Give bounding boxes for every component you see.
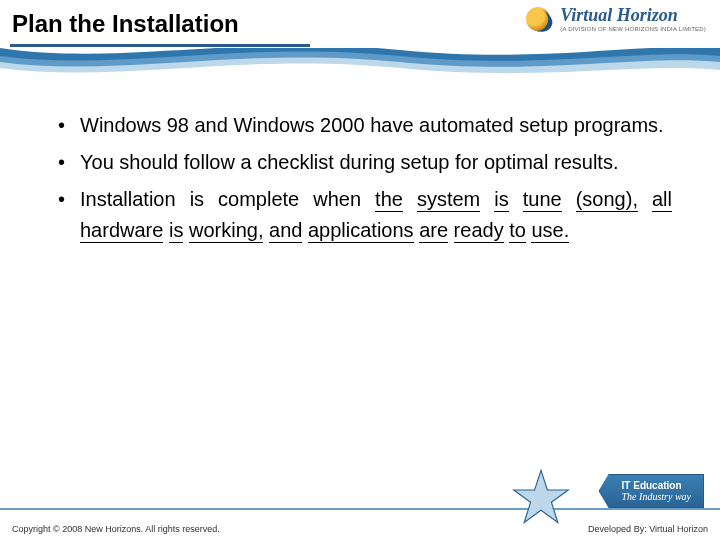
tag-line2: The Industry way: [622, 491, 691, 502]
bullet-lead: Installation is complete when: [80, 188, 361, 210]
star-icon: [512, 468, 570, 526]
brand-subtext: (A DIVISION OF NEW HORIZONS INDIA LIMITE…: [560, 26, 706, 32]
page-title: Plan the Installation: [12, 10, 239, 38]
bullet-item: Installation is complete when the system…: [52, 184, 672, 246]
footer-tag: IT Education The Industry way: [599, 474, 704, 508]
wave-decor: [0, 48, 720, 80]
brand-logo: Virtual Horizon (A DIVISION OF NEW HORIZ…: [526, 6, 706, 32]
footer: IT Education The Industry way Copyright …: [0, 500, 720, 540]
copyright-text: Copyright © 2008 New Horizons. All right…: [12, 524, 220, 534]
slide: Plan the Installation Virtual Horizon (A…: [0, 0, 720, 540]
developed-by-text: Developed By: Virtual Horizon: [588, 524, 708, 534]
brand-name: Virtual Horizon: [560, 6, 706, 24]
wave-icon: [0, 48, 720, 80]
bullet-item: Windows 98 and Windows 2000 have automat…: [52, 110, 672, 141]
bullet-list: Windows 98 and Windows 2000 have automat…: [52, 110, 672, 246]
content-area: Windows 98 and Windows 2000 have automat…: [52, 110, 672, 252]
title-underline: [10, 44, 310, 47]
footer-divider: [0, 508, 720, 510]
brand-text: Virtual Horizon (A DIVISION OF NEW HORIZ…: [560, 6, 706, 32]
tag-line1: IT Education: [622, 480, 691, 491]
bullet-item: You should follow a checklist during set…: [52, 147, 672, 178]
svg-marker-0: [514, 470, 569, 522]
globe-icon: [526, 7, 554, 31]
